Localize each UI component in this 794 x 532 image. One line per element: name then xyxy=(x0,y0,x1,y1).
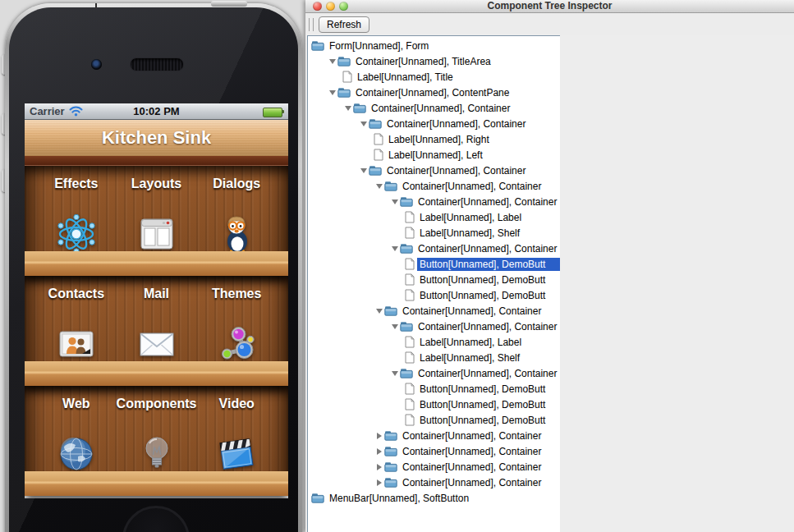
app-item-label: Layouts xyxy=(131,177,181,191)
tree-row[interactable]: Label[Unnamed], Shelf xyxy=(308,350,561,365)
tree-row[interactable]: Container[Unnamed], Container xyxy=(308,163,561,178)
tree-row[interactable]: Label[Unnamed], Right xyxy=(308,131,561,147)
tree-row[interactable]: Container[Unnamed], Container xyxy=(308,116,561,131)
tree-row-label: Label[Unnamed], Shelf xyxy=(417,351,522,365)
app-item-themes[interactable]: Themes xyxy=(196,276,277,361)
collapse-arrow-icon[interactable] xyxy=(389,200,400,204)
app-item-web[interactable]: Web xyxy=(36,386,117,471)
tree-row[interactable]: Container[Unnamed], Container xyxy=(308,303,561,319)
app-item-label: Contacts xyxy=(48,287,104,301)
tree-row[interactable]: Button[Unnamed], DemoButt xyxy=(308,412,561,428)
tree-row[interactable]: Container[Unnamed], Container xyxy=(308,428,561,443)
app-item-layouts[interactable]: Layouts xyxy=(117,166,197,251)
collapse-arrow-icon[interactable] xyxy=(327,90,337,95)
tree-row[interactable]: Container[Unnamed], TitleArea xyxy=(308,53,561,69)
tree-row[interactable]: Container[Unnamed], Container xyxy=(308,319,561,334)
tree-row[interactable]: Label[Unnamed], Label xyxy=(308,209,561,225)
document-icon xyxy=(405,273,415,286)
collapse-arrow-icon[interactable] xyxy=(342,106,353,111)
tree-row[interactable]: Container[Unnamed], Container xyxy=(308,365,561,381)
expand-arrow-icon[interactable] xyxy=(374,433,384,439)
tree-row-label: Container[Unnamed], Container xyxy=(400,445,544,458)
tree-row[interactable]: Button[Unnamed], DemoButt xyxy=(308,272,561,287)
tree-row[interactable]: Label[Unnamed], Label xyxy=(308,334,561,350)
zoom-button[interactable] xyxy=(339,2,348,11)
app-item-components[interactable]: Components xyxy=(117,386,197,471)
tree-indent xyxy=(308,264,405,264)
tree-row[interactable]: Form[Unnamed], Form xyxy=(308,38,561,53)
folder-icon xyxy=(384,430,397,441)
folder-icon xyxy=(400,321,413,332)
tree-row[interactable]: Container[Unnamed], Container xyxy=(308,459,561,475)
app-item-effects[interactable]: Effects xyxy=(36,166,117,251)
tree-row[interactable]: Container[Unnamed], Container xyxy=(308,194,561,209)
tree-indent xyxy=(308,435,374,436)
expand-arrow-icon[interactable] xyxy=(374,479,384,486)
tree-row[interactable]: Container[Unnamed], Container xyxy=(308,241,561,256)
tree-indent xyxy=(308,154,374,155)
collapse-arrow-icon[interactable] xyxy=(389,371,400,376)
tree-row-label: Form[Unnamed], Form xyxy=(327,39,431,53)
folder-icon xyxy=(384,446,397,456)
collapse-arrow-icon[interactable] xyxy=(358,168,369,173)
folder-icon xyxy=(311,40,324,51)
tree-indent xyxy=(308,201,389,202)
app-item-video[interactable]: Video xyxy=(196,386,277,471)
collapse-arrow-icon[interactable] xyxy=(374,309,384,314)
tree-row[interactable]: Button[Unnamed], DemoButt xyxy=(308,397,561,412)
toolbar-drag-handle[interactable] xyxy=(309,18,314,31)
folder-icon xyxy=(369,165,382,176)
collapse-arrow-icon[interactable] xyxy=(389,324,400,329)
collapse-arrow-icon[interactable] xyxy=(374,184,384,189)
tree-row-label: Label[Unnamed], Title xyxy=(355,71,456,84)
tree-row[interactable]: Button[Unnamed], DemoButt xyxy=(308,287,561,303)
tree-indent xyxy=(308,61,327,62)
tree-indent xyxy=(308,420,405,420)
document-icon xyxy=(405,336,415,348)
tree-indent xyxy=(308,451,374,452)
expand-arrow-icon[interactable] xyxy=(374,448,384,455)
window-title: Component Tree Inspector xyxy=(487,0,612,11)
tree-row[interactable]: Container[Unnamed], Container xyxy=(308,178,561,194)
tree-row-label: Button[Unnamed], DemoButt xyxy=(417,258,561,271)
collapse-arrow-icon[interactable] xyxy=(327,59,337,64)
close-button[interactable] xyxy=(313,2,322,11)
inspector-window: Component Tree Inspector Refresh Form[Un… xyxy=(305,0,794,532)
collapse-arrow-icon[interactable] xyxy=(358,122,369,126)
clapperboard-icon xyxy=(217,434,256,474)
tree-indent xyxy=(308,466,374,467)
tree-row[interactable]: Button[Unnamed], DemoButt xyxy=(308,256,561,272)
document-icon xyxy=(374,133,383,145)
app-item-mail[interactable]: Mail xyxy=(117,276,197,361)
component-tree[interactable]: Form[Unnamed], FormContainer[Unnamed], T… xyxy=(307,35,562,532)
tree-row[interactable]: Container[Unnamed], Container xyxy=(308,475,561,490)
document-icon xyxy=(405,258,415,270)
tree-row[interactable]: Button[Unnamed], DemoButt xyxy=(308,381,561,397)
tree-row-label: Label[Unnamed], Left xyxy=(386,149,485,162)
document-icon xyxy=(405,227,415,239)
shelf: Effects Layouts Dialogs xyxy=(25,166,288,276)
refresh-button[interactable]: Refresh xyxy=(319,16,369,33)
tree-row-label: Container[Unnamed], Container xyxy=(415,242,559,255)
tree-row[interactable]: Container[Unnamed], Container xyxy=(308,100,561,116)
tree-indent xyxy=(308,108,342,108)
tree-row[interactable]: Label[Unnamed], Shelf xyxy=(308,225,561,241)
tree-row[interactable]: Label[Unnamed], Left xyxy=(308,147,561,163)
tree-row-label: Label[Unnamed], Label xyxy=(417,336,524,349)
minimize-button[interactable] xyxy=(326,2,335,11)
tree-row[interactable]: MenuBar[Unnamed], SoftButton xyxy=(308,490,561,506)
tree-row[interactable]: Container[Unnamed], Container xyxy=(308,443,561,459)
app-item-contacts[interactable]: Contacts xyxy=(36,276,117,361)
collapse-arrow-icon[interactable] xyxy=(389,246,400,251)
tree-row[interactable]: Container[Unnamed], ContentPane xyxy=(308,85,561,100)
app-item-dialogs[interactable]: Dialogs xyxy=(196,166,277,251)
tree-row-label: Button[Unnamed], DemoButt xyxy=(417,289,548,302)
tree-indent xyxy=(308,342,405,342)
app-item-label: Themes xyxy=(212,287,261,301)
expand-arrow-icon[interactable] xyxy=(374,464,384,470)
tree-indent xyxy=(308,388,405,389)
tree-indent xyxy=(308,186,374,186)
softbutton-bar xyxy=(25,496,288,498)
tree-row[interactable]: Label[Unnamed], Title xyxy=(308,69,561,85)
photo-frame-icon xyxy=(57,324,96,364)
